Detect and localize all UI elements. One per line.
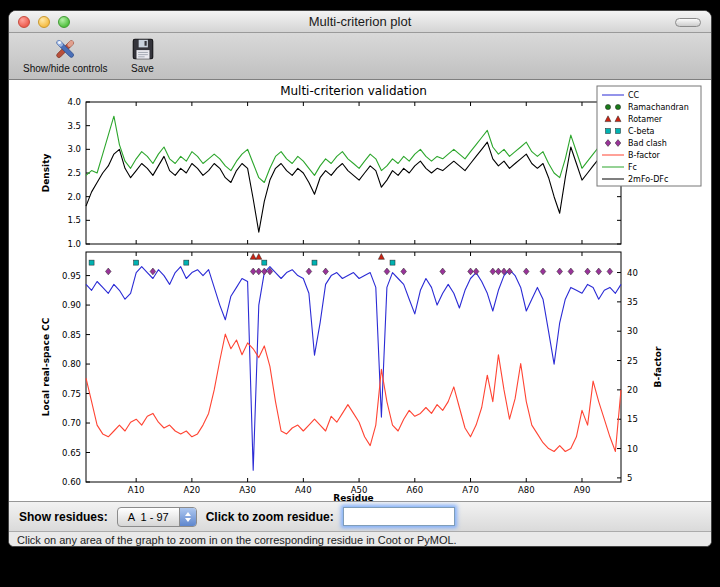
svg-text:0.75: 0.75 — [62, 389, 81, 399]
svg-text:A20: A20 — [184, 485, 201, 495]
svg-text:15: 15 — [627, 414, 638, 424]
svg-text:A30: A30 — [239, 485, 256, 495]
svg-text:30: 30 — [627, 326, 638, 336]
svg-text:A90: A90 — [574, 485, 591, 495]
floppy-disk-icon — [130, 36, 156, 62]
svg-text:Fc: Fc — [628, 163, 637, 172]
minimize-button[interactable] — [38, 16, 50, 28]
svg-text:35: 35 — [627, 297, 638, 307]
svg-text:0.85: 0.85 — [62, 330, 81, 340]
svg-text:0.80: 0.80 — [62, 359, 81, 369]
svg-text:Bad clash: Bad clash — [628, 139, 667, 148]
zoom-residue-label: Click to zoom residue: — [206, 510, 334, 524]
svg-text:2.5: 2.5 — [67, 168, 81, 178]
chevron-down-icon — [185, 518, 191, 522]
svg-text:0.95: 0.95 — [62, 271, 81, 281]
svg-text:3.0: 3.0 — [67, 144, 81, 154]
save-label: Save — [131, 63, 154, 74]
svg-text:5: 5 — [627, 473, 632, 483]
svg-text:1.0: 1.0 — [67, 239, 81, 249]
chain-range-select[interactable]: A 1 - 97 — [117, 507, 197, 527]
svg-text:Multi-criterion validation: Multi-criterion validation — [280, 84, 427, 98]
svg-text:0.90: 0.90 — [62, 300, 81, 310]
show-residues-label: Show residues: — [19, 510, 108, 524]
zoom-button[interactable] — [58, 16, 70, 28]
status-text: Click on any area of the graph to zoom i… — [17, 534, 457, 546]
svg-text:2mFo-DFc: 2mFo-DFc — [628, 175, 668, 184]
svg-text:Ramachandran: Ramachandran — [628, 103, 689, 112]
svg-text:A80: A80 — [518, 485, 535, 495]
chain-range-value: A 1 - 97 — [118, 508, 179, 526]
app-window: Multi-criterion plot Show/hide control — [8, 10, 712, 547]
show-hide-controls-label: Show/hide controls — [23, 63, 108, 74]
svg-text:C-beta: C-beta — [628, 127, 655, 136]
status-bar: Click on any area of the graph to zoom i… — [9, 531, 711, 547]
svg-text:A60: A60 — [406, 485, 423, 495]
controls-bar: Show residues: A 1 - 97 Click to zoom re… — [9, 501, 711, 531]
svg-text:20: 20 — [627, 385, 638, 395]
svg-text:A70: A70 — [462, 485, 479, 495]
svg-text:40: 40 — [627, 268, 638, 278]
svg-text:3.5: 3.5 — [67, 121, 81, 131]
svg-text:Residue: Residue — [333, 493, 373, 501]
toolbar: Show/hide controls Save — [9, 33, 711, 80]
svg-text:Rotamer: Rotamer — [628, 115, 663, 124]
traffic-lights — [18, 16, 70, 28]
show-hide-controls-button[interactable]: Show/hide controls — [17, 35, 114, 75]
save-button[interactable]: Save — [124, 35, 162, 75]
svg-text:A40: A40 — [295, 485, 312, 495]
svg-text:0.70: 0.70 — [62, 418, 81, 428]
svg-text:0.60: 0.60 — [62, 477, 81, 487]
popup-stepper — [179, 508, 196, 526]
svg-text:B-factor: B-factor — [628, 151, 661, 160]
plot-area[interactable]: Multi-criterion validation1.01.52.02.53.… — [9, 80, 711, 501]
svg-text:4.0: 4.0 — [67, 97, 81, 107]
toolbar-toggle-button[interactable] — [675, 18, 701, 27]
svg-text:Density: Density — [41, 154, 51, 193]
svg-text:1.5: 1.5 — [67, 215, 81, 225]
titlebar[interactable]: Multi-criterion plot — [9, 11, 711, 33]
close-button[interactable] — [18, 16, 30, 28]
multi-criterion-chart[interactable]: Multi-criterion validation1.01.52.02.53.… — [9, 80, 712, 501]
svg-text:CC: CC — [628, 91, 640, 100]
svg-text:B-factor: B-factor — [653, 346, 663, 387]
crossed-tools-icon — [52, 36, 78, 62]
svg-text:0.65: 0.65 — [62, 448, 81, 458]
chevron-up-icon — [185, 512, 191, 516]
window-title: Multi-criterion plot — [309, 14, 412, 29]
svg-text:2.0: 2.0 — [67, 192, 81, 202]
svg-text:A10: A10 — [128, 485, 145, 495]
svg-text:10: 10 — [627, 444, 638, 454]
svg-text:Local real-space CC: Local real-space CC — [41, 317, 51, 416]
svg-text:25: 25 — [627, 356, 638, 366]
zoom-residue-input[interactable] — [343, 507, 455, 526]
